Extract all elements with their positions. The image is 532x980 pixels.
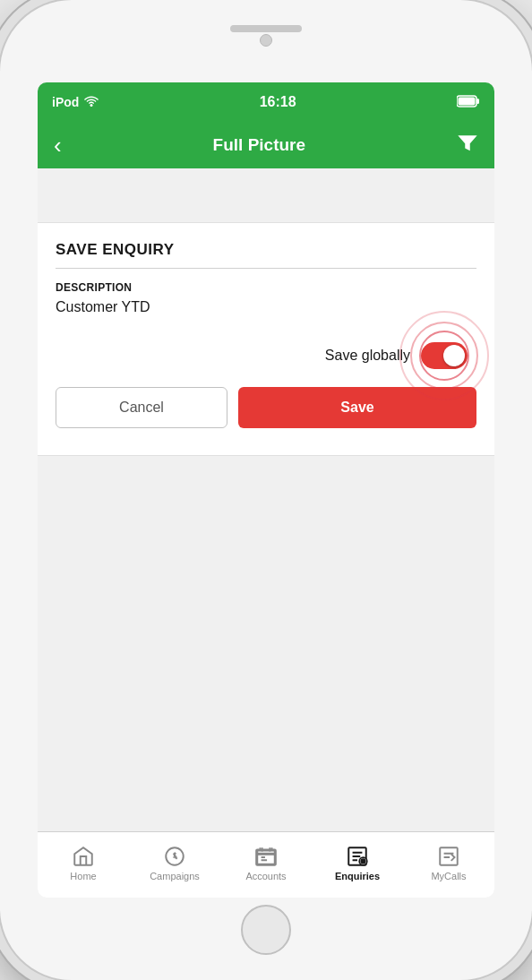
tab-item-campaigns[interactable]: $ Campaigns xyxy=(129,845,220,881)
svg-rect-12 xyxy=(440,847,458,865)
status-left: iPod xyxy=(52,95,99,109)
nav-title: Full Picture xyxy=(213,135,305,155)
speaker xyxy=(230,25,302,32)
tab-bar: Home $ Campaigns xyxy=(38,831,494,898)
tab-label-campaigns: Campaigns xyxy=(150,871,200,881)
campaigns-icon: $ xyxy=(163,845,186,868)
battery-icon xyxy=(457,95,480,110)
svg-point-11 xyxy=(361,859,365,863)
phone-device: iPod 16:18 xyxy=(0,0,532,980)
carrier-label: iPod xyxy=(52,95,79,109)
svg-point-0 xyxy=(90,104,93,107)
svg-rect-2 xyxy=(459,97,476,105)
cancel-button[interactable]: Cancel xyxy=(56,387,227,428)
toggle-thumb xyxy=(443,345,465,366)
back-button[interactable]: ‹ xyxy=(54,132,62,159)
description-value: Customer YTD xyxy=(56,299,476,315)
divider xyxy=(56,268,476,269)
filter-button[interactable] xyxy=(457,133,478,159)
svg-rect-3 xyxy=(476,99,479,104)
home-icon xyxy=(72,845,95,868)
save-globally-row: Save globally xyxy=(56,342,476,369)
tab-label-home: Home xyxy=(70,871,96,881)
home-button[interactable] xyxy=(241,905,291,955)
form-section: SAVE ENQUIRY DESCRIPTION Customer YTD Sa… xyxy=(38,222,494,456)
accounts-icon xyxy=(254,845,278,868)
tab-label-mycalls: MyCalls xyxy=(431,871,466,881)
tab-item-home[interactable]: Home xyxy=(38,845,129,881)
phone-screen: iPod 16:18 xyxy=(38,82,494,898)
nav-bar: ‹ Full Picture xyxy=(38,122,494,168)
save-button[interactable]: Save xyxy=(238,387,476,428)
mycalls-icon xyxy=(437,845,460,868)
toggle-track[interactable] xyxy=(421,342,468,369)
main-content: SAVE ENQUIRY DESCRIPTION Customer YTD Sa… xyxy=(38,168,494,831)
content-spacer xyxy=(38,168,494,222)
description-label: DESCRIPTION xyxy=(56,281,476,294)
status-bar: iPod 16:18 xyxy=(38,82,494,122)
save-globally-label: Save globally xyxy=(325,348,410,364)
wifi-icon xyxy=(84,95,99,109)
tab-label-accounts: Accounts xyxy=(245,871,286,881)
buttons-row: Cancel Save xyxy=(56,387,476,428)
enquiries-icon xyxy=(346,845,369,868)
svg-rect-6 xyxy=(256,849,276,864)
tab-label-enquiries: Enquiries xyxy=(335,871,380,881)
tab-item-mycalls[interactable]: MyCalls xyxy=(403,845,494,881)
save-globally-toggle[interactable] xyxy=(421,342,468,369)
tab-item-accounts[interactable]: Accounts xyxy=(220,845,312,881)
status-time: 16:18 xyxy=(99,94,457,110)
content-bottom-spacer xyxy=(38,456,494,831)
tab-item-enquiries[interactable]: Enquiries xyxy=(312,845,403,881)
svg-text:$: $ xyxy=(173,851,177,860)
form-title: SAVE ENQUIRY xyxy=(56,241,476,259)
